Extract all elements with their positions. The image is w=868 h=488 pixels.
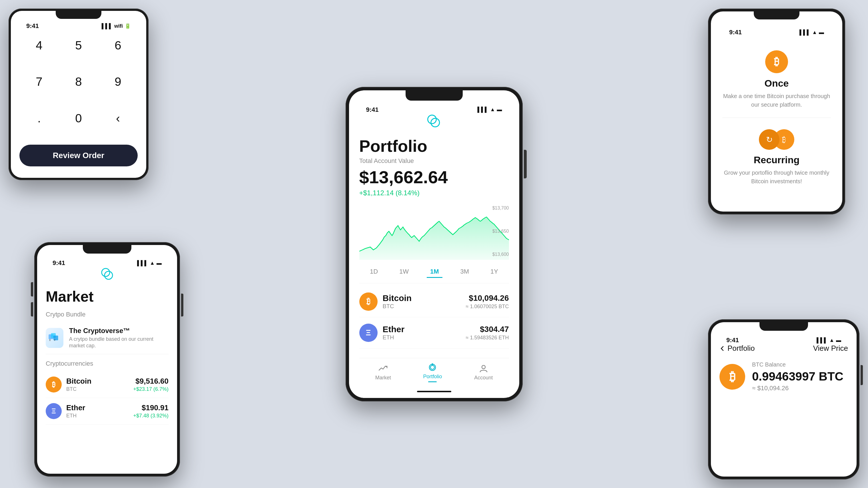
eth-holding-value: $304.47 [466, 325, 509, 334]
keypad-grid: 4 5 6 7 8 9 . 0 ‹ [20, 33, 138, 142]
eth-market-change: +$7.48 (3.92%) [133, 413, 168, 419]
portfolio-phone: 9:41 ▌▌▌ ▲ ▬ Portfolio Total Account Val… [346, 87, 523, 401]
key-7[interactable]: 7 [20, 69, 59, 95]
btc-balance-usd: ≈ $10,094.26 [752, 384, 843, 392]
btc-back-button[interactable]: Portfolio [719, 344, 754, 353]
btc-market-row[interactable]: ₿ Bitcoin BTC $9,516.60 +$23.17 (6.7%) [46, 371, 168, 398]
btc-market-price: $9,516.60 [133, 377, 168, 386]
key-back[interactable]: ‹ [98, 106, 138, 131]
nav-portfolio[interactable]: Portfolio [423, 363, 442, 382]
btc-status-icons: ▌▌▌ ▲ ▬ [816, 337, 841, 343]
eth-holding-row[interactable]: Ξ Ether ETH $304.47 ≈ 1.59483526 ETH [359, 317, 509, 348]
recurring-option[interactable]: ↻ ₿ Recurring Grow your portoflio throug… [722, 121, 831, 194]
battery-icon: 🔋 [125, 23, 131, 29]
key-5[interactable]: 5 [59, 33, 98, 58]
signal-icon: ▌▌▌ [137, 260, 148, 266]
power-button[interactable] [181, 294, 183, 316]
portfolio-notch [406, 90, 463, 101]
market-logo [46, 267, 168, 282]
btc-balance-info: BTC Balance 0.99463997 BTC ≈ $10,094.26 [752, 361, 843, 392]
recurring-icons: ↻ ₿ [759, 129, 794, 150]
volume-up-button[interactable] [31, 282, 33, 296]
time-3m[interactable]: 3M [457, 266, 473, 278]
time-1y[interactable]: 1Y [487, 266, 501, 278]
bundle-image-icon: ₿ 2 [48, 331, 62, 345]
signal-icon: ▌▌▌ [800, 29, 810, 35]
btc-time: 9:41 [726, 337, 739, 344]
time-1m[interactable]: 1M [427, 266, 442, 278]
key-0[interactable]: 0 [59, 106, 98, 131]
btc-balance-amount: 0.99463997 BTC [752, 370, 843, 383]
power-button[interactable] [524, 150, 527, 178]
holdings-list: ₿ Bitcoin BTC $10,094.26 ≈ 1.06070025 BT… [359, 283, 509, 358]
wifi-icon: ▲ [150, 260, 155, 266]
signal-icon: ▌▌▌ [477, 107, 488, 113]
bundle-name: The Cryptoverse™ [69, 327, 168, 335]
market-screen: 9:41 ▌▌▌ ▲ ▬ Market Crytpo Bundle [37, 245, 177, 474]
bundle-desc: A crytpo bundle based on our current mar… [69, 336, 168, 349]
keypad-phone: 9:41 ▌▌▌ wifi 🔋 4 5 6 7 8 9 . 0 ‹ Review… [8, 8, 149, 180]
svg-point-12 [482, 365, 485, 369]
review-order-button[interactable]: Review Order [20, 145, 138, 166]
svg-text:2: 2 [54, 339, 55, 341]
svg-point-10 [430, 365, 434, 369]
keypad-screen: 9:41 ▌▌▌ wifi 🔋 4 5 6 7 8 9 . 0 ‹ Review… [11, 11, 146, 178]
recurring-icon-wrapper: ↻ ₿ [759, 129, 794, 150]
portfolio-title: Portfolio [359, 136, 509, 155]
eth-symbol: ETH [66, 413, 85, 419]
chart-label-bot: $13,600 [492, 252, 509, 257]
btc-view-price-button[interactable]: View Price [813, 344, 848, 353]
key-8[interactable]: 8 [59, 69, 98, 95]
portfolio-status-icons: ▌▌▌ ▲ ▬ [477, 107, 502, 113]
key-dot[interactable]: . [20, 106, 59, 131]
btc-back-label: Portfolio [727, 344, 754, 353]
btc-balance-label: BTC Balance [752, 361, 843, 368]
options-screen: 9:41 ▌▌▌ ▲ ▬ ₿ Once Make a one time Bitc… [711, 11, 842, 211]
crypto-section-label: Cryptocurrencies [46, 360, 168, 367]
eth-holding-name: Ether [383, 324, 405, 334]
chart-label-mid: $13,650 [492, 229, 509, 234]
btc-icon: ₿ [46, 376, 62, 393]
time-1w[interactable]: 1W [396, 266, 412, 278]
bundle-row[interactable]: ₿ 2 The Cryptoverse™ A crytpo bundle bas… [46, 322, 168, 354]
bundle-section-label: Crytpo Bundle [46, 311, 168, 318]
eth-name: Ether [66, 403, 85, 412]
time-1d[interactable]: 1D [367, 266, 381, 278]
btc-large-icon: ₿ [719, 364, 745, 390]
btc-screen: 9:41 ▌▌▌ ▲ ▬ Portfolio View Price ₿ [711, 322, 857, 477]
market-status-bar: 9:41 ▌▌▌ ▲ ▬ [46, 259, 168, 267]
eth-market-row[interactable]: Ξ Ether ETH $190.91 +$7.48 (3.92%) [46, 398, 168, 425]
btc-holding-value: $10,094.26 [466, 294, 509, 303]
key-9[interactable]: 9 [98, 69, 138, 95]
home-indicator [417, 391, 451, 392]
wifi-icon: wifi [114, 23, 123, 29]
portfolio-change: +$1,112.14 (8.14%) [359, 189, 509, 197]
key-6[interactable]: 6 [98, 33, 138, 58]
btc-holding-row[interactable]: ₿ Bitcoin BTC $10,094.26 ≈ 1.06070025 BT… [359, 286, 509, 317]
signal-icon: ▌▌▌ [102, 23, 113, 29]
once-title: Once [764, 78, 788, 89]
nav-account[interactable]: Account [474, 364, 493, 381]
btc-market-change: +$23.17 (6.7%) [133, 386, 168, 392]
portfolio-total-value: $13,662.64 [359, 167, 509, 187]
once-option[interactable]: ₿ Once Make a one time Bitcoin purchase … [722, 42, 831, 118]
portfolio-status-bar: 9:41 ▌▌▌ ▲ ▬ [359, 106, 509, 114]
volume-down-button[interactable] [31, 302, 33, 316]
options-status-bar: 9:41 ▌▌▌ ▲ ▬ [722, 29, 831, 36]
portfolio-logo [359, 114, 509, 131]
options-time: 9:41 [729, 29, 742, 36]
eth-icon: Ξ [46, 403, 62, 419]
btc-holding-amount: ≈ 1.06070025 BTC [466, 304, 509, 310]
keypad-notch [56, 11, 101, 19]
eth-holding-amount: ≈ 1.59483526 ETH [466, 335, 509, 341]
btc-balance-section: ₿ BTC Balance 0.99463997 BTC ≈ $10,094.2… [719, 361, 848, 392]
once-desc: Make a one time Bitcoin purchase through… [722, 92, 831, 109]
nav-market[interactable]: Market [375, 364, 391, 381]
power-button[interactable] [861, 365, 863, 385]
btc-symbol: BTC [66, 386, 91, 392]
market-notch [83, 245, 131, 254]
battery-icon: ▬ [157, 260, 162, 266]
key-4[interactable]: 4 [20, 33, 59, 58]
btc-notch [760, 322, 808, 331]
btc-status-bar: 9:41 ▌▌▌ ▲ ▬ [719, 337, 848, 344]
